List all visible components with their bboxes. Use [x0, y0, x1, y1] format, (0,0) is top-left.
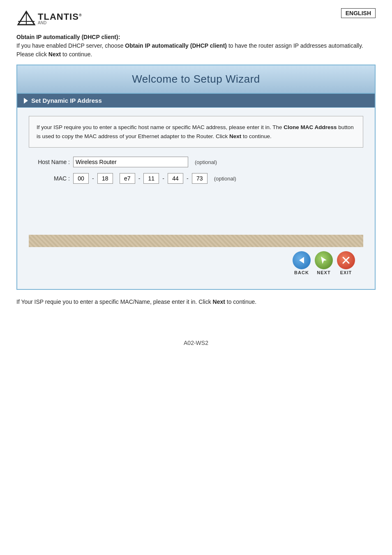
mac-field-2[interactable] — [97, 173, 113, 184]
exit-icon — [337, 251, 355, 269]
button-row: BACK NEXT EXI — [29, 247, 363, 281]
next-label: NEXT — [317, 270, 330, 275]
logo-text: TLANTIS® — [38, 12, 82, 22]
mac-sep-5: - — [187, 175, 189, 182]
section-header-label: Set Dynamic IP Address — [31, 97, 102, 104]
mac-optional-label: (optional) — [214, 176, 236, 182]
intro-paragraph: Obtain IP automatically (DHCP client): I… — [16, 33, 376, 59]
spacer — [29, 190, 363, 222]
mac-sep-4: - — [162, 175, 164, 182]
section-header: Set Dynamic IP Address — [17, 94, 375, 108]
svg-marker-3 — [299, 257, 304, 264]
back-button[interactable]: BACK — [293, 251, 311, 275]
exit-x-icon — [341, 255, 351, 265]
exit-button[interactable]: EXIT — [337, 251, 355, 275]
back-arrow-icon — [297, 255, 307, 265]
intro-body: If you have enabled DHCP server, choose … — [16, 42, 363, 58]
host-name-label: Host Name : — [33, 159, 70, 165]
language-badge[interactable]: ENGLISH — [341, 8, 376, 18]
info-box: If your ISP require you to enter a speci… — [29, 116, 363, 148]
svg-marker-4 — [321, 257, 327, 264]
mac-field-5[interactable] — [168, 173, 183, 184]
bottom-bar — [29, 235, 363, 247]
mac-field-4[interactable] — [143, 173, 159, 184]
atlantis-logo-icon — [16, 8, 36, 28]
wizard-content: If your ISP require you to enter a speci… — [17, 108, 375, 289]
mac-field-3[interactable] — [120, 173, 135, 184]
mac-field-1[interactable] — [73, 173, 89, 184]
wizard-title-bar: Welcome to Setup Wizard — [17, 65, 375, 94]
mac-label: MAC : — [33, 175, 70, 182]
next-icon — [315, 251, 333, 269]
mac-field-6[interactable] — [192, 173, 208, 184]
wizard-title: Welcome to Setup Wizard — [132, 73, 260, 85]
host-name-row: Host Name : (optional) — [33, 157, 359, 167]
mac-row: MAC : - - - - (optional) — [33, 173, 359, 184]
back-icon — [293, 251, 311, 269]
host-name-input[interactable] — [73, 157, 188, 167]
outro-paragraph: If Your ISP requie you to enter a specif… — [16, 297, 376, 306]
form-section: Host Name : (optional) MAC : - - - - (op… — [29, 157, 363, 184]
wizard-container: Welcome to Setup Wizard Set Dynamic IP A… — [16, 65, 376, 290]
page-header: TLANTIS® AND ENGLISH — [16, 8, 376, 28]
intro-heading: Obtain IP automatically (DHCP client): — [16, 34, 120, 40]
next-button[interactable]: NEXT — [315, 251, 333, 275]
logo: TLANTIS® AND — [16, 8, 82, 28]
host-optional-label: (optional) — [195, 159, 217, 165]
model-number: A02-WS2 — [184, 340, 208, 346]
next-cursor-icon — [319, 255, 329, 265]
back-label: BACK — [294, 270, 309, 275]
mac-sep-3: - — [138, 175, 141, 182]
exit-label: EXIT — [340, 270, 352, 275]
mac-sep-1: - — [92, 175, 94, 182]
arrow-right-icon — [24, 98, 28, 104]
page-footer: A02-WS2 — [16, 340, 376, 346]
